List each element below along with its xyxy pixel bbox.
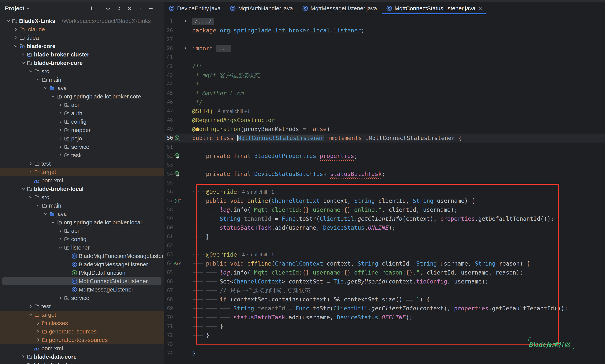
code-line-45[interactable]: 45 * @author L.cm [164,89,605,98]
chevron-down-icon[interactable] [26,6,30,10]
chevron-right-icon[interactable] [57,152,64,158]
chevron-down-icon[interactable] [20,186,27,192]
code-text[interactable]: private final BladeIotProperties propert… [192,152,605,160]
bean-gutter-icon[interactable] [174,135,183,141]
tree-item-target[interactable]: target [0,311,164,319]
chevron-right-icon[interactable] [35,329,42,334]
impl-gutter-icon[interactable]: I [174,198,183,204]
chevron-down-icon[interactable] [27,68,34,74]
code-line-66[interactable]: 66Set<ChannelContext> contextSet = Tio.g… [164,277,605,286]
tree-item-config[interactable]: config [0,235,164,243]
close-icon[interactable]: × [479,5,483,12]
chevron-right-icon[interactable] [35,337,42,343]
code-text[interactable] [192,35,605,44]
tree-item-config[interactable]: config [0,117,164,126]
tree-item-pom-xml[interactable]: mpom.xml [0,176,164,185]
tree-item-auth[interactable]: auth [0,109,164,117]
tree-item-blade-data-core[interactable]: blade-data-core [0,352,164,361]
code-line-64[interactable]: 64I@public void offline(ChannelContext c… [164,259,605,268]
code-text[interactable]: @onfiguration(proxyBeanMethods = false) [192,125,605,133]
tab-mqttmessagelistener-java[interactable]: CMqttMessageListener.java [298,2,382,14]
tree-item-main[interactable]: main [0,76,164,84]
tree-item-java[interactable]: java [0,84,164,92]
tree-item-service[interactable]: service [0,294,164,302]
chevron-right-icon[interactable] [35,320,42,326]
code-line-55[interactable]: 55 [164,178,605,187]
code-text[interactable]: */ [192,98,605,107]
tree-item-blade-core[interactable]: blade-core [0,42,164,50]
tree-item--idea[interactable]: .idea [0,34,164,42]
tree-item-blade-broker-core[interactable]: blade-broker-core [0,59,164,67]
code-text[interactable]: private final DeviceStatusBatchTask stat… [192,169,605,178]
code-text[interactable] [192,143,605,152]
code-text[interactable]: ···@Overridesmallchill +1 [192,250,605,259]
tree-item-pojo[interactable]: pojo [0,134,164,143]
tree-item-blade-broker-local[interactable]: blade-broker-local [0,185,164,193]
code-line-65[interactable]: 65log.info("Mqtt clientId:{} username:{}… [164,268,605,277]
code-line-41[interactable]: 41 [164,53,605,62]
plus-icon[interactable] [89,6,94,11]
chevron-right-icon[interactable] [57,136,64,141]
code-text[interactable] [192,53,605,62]
chevron-right-icon[interactable] [27,169,34,175]
chevron-down-icon[interactable] [35,203,42,208]
code-line-54[interactable]: 54private final DeviceStatusBatchTask st… [164,169,605,178]
tree-item-listener[interactable]: listener [0,243,164,252]
tree-item-main[interactable]: main [0,201,164,210]
code-line-28[interactable]: 28import ... [164,44,605,53]
tree-item-blade-broker-cluster[interactable]: blade-broker-cluster [0,50,164,59]
code-text[interactable]: // 只有一个连接的时候，更新状态 [192,286,605,295]
tree-item-api[interactable]: api [0,101,164,109]
tree-item-java[interactable]: java [0,210,164,218]
tree-item-blademqttmessagelistener[interactable]: CBladeMqttMessageListener [0,260,164,269]
code-line-70[interactable]: 70statusBatchTask.add(username, DeviceSt… [164,313,605,322]
code-line-43[interactable]: 43 * mqtt 客户端连接状态 [164,71,605,80]
code-line-60[interactable]: 60statusBatchTask.add(username, DeviceSt… [164,223,605,232]
chevron-down-icon[interactable] [27,312,34,318]
chevron-down-icon[interactable] [27,195,34,200]
code-text[interactable]: public void offline(ChannelContext conte… [192,259,605,268]
fold-icon[interactable] [183,46,189,51]
code-text[interactable]: import ... [192,44,605,53]
code-text[interactable]: statusBatchTask.add(username, DeviceStat… [192,313,605,322]
tree-item-org-springblade-iot-broker-core[interactable]: org.springblade.iot.broker.core [0,92,164,101]
code-line-52[interactable]: 52private final BladeIotProperties prope… [164,152,605,160]
code-text[interactable]: /.../ [192,17,605,26]
tree-item-bladex-links[interactable]: BladeX-Links~/Workspaces/product/BladeX-… [0,17,164,25]
code-line-46[interactable]: 46 */ [164,98,605,107]
tree-item-blademqttfunctionmessagelistener[interactable]: CBladeMqttFunctionMessageListener [0,252,164,260]
chevron-right-icon[interactable] [57,110,64,116]
tree-item-mqttmessagelistener[interactable]: CMqttMessageListener [0,286,164,294]
chevron-right-icon[interactable] [57,295,64,301]
chevron-right-icon[interactable] [57,144,64,150]
chevron-right-icon[interactable] [57,127,64,133]
more-options-icon[interactable] [137,6,143,11]
chevron-right-icon[interactable] [57,228,64,234]
tab-mqttauthhandler-java[interactable]: CMqttAuthHandler.java [225,2,298,14]
code-line-61[interactable]: 61} [164,232,605,241]
code-line-26[interactable]: 26package org.springblade.iot.broker.loc… [164,26,605,35]
chevron-right-icon[interactable] [27,303,34,309]
code-text[interactable]: public void online(ChannelContext contex… [192,196,605,205]
fold-icon[interactable] [183,19,189,24]
code-line-1[interactable]: 1/.../ [164,17,605,26]
chevron-right-icon[interactable] [13,35,19,41]
code-line-44[interactable]: 44 * [164,80,605,89]
chevron-down-icon[interactable] [57,245,64,250]
code-text[interactable]: ···@Overridesmallchill +1 [192,187,605,196]
code-text[interactable]: @RequiredArgsConstructor [192,116,605,125]
tree-item-generated-test-sources[interactable]: generated-test-sources [0,336,164,344]
chevron-down-icon[interactable] [20,60,27,66]
code-line-27[interactable]: 27 [164,35,605,44]
tree-item-test[interactable]: test [0,159,164,168]
tab-mqttconnectstatuslistener-java[interactable]: CMqttConnectStatusListener.java× [381,2,487,14]
code-line-71[interactable]: 71} [164,322,605,331]
tree-item-src[interactable]: src [0,67,164,76]
code-line-50[interactable]: 50public class MqttConnectStatusListener… [164,133,605,143]
code-text[interactable]: log.info("Mqtt clientId:{} username:{} o… [192,268,605,277]
chevron-down-icon[interactable] [42,85,49,91]
code-line-58[interactable]: 58log.info("Mqtt clientId:{} username:{}… [164,205,605,214]
code-line-57[interactable]: 57Ipublic void online(ChannelContext con… [164,196,605,205]
tree-item-src[interactable]: src [0,193,164,201]
code-text[interactable]: /** [192,62,605,71]
